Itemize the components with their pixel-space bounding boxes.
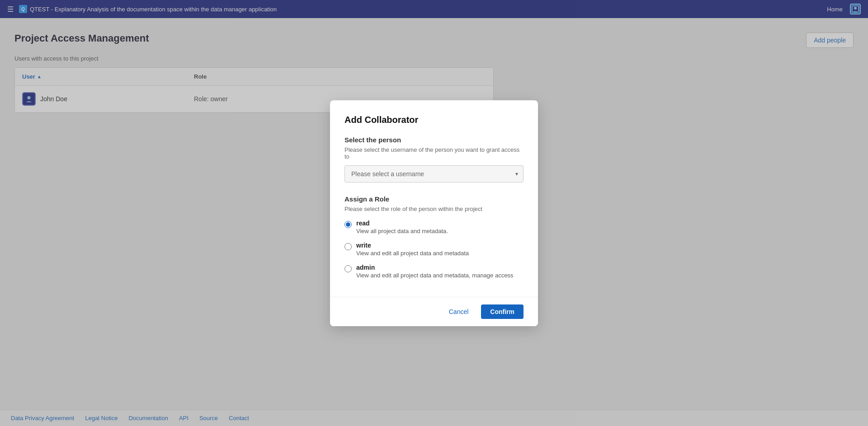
- role-read-label: read: [356, 220, 448, 227]
- role-write-info: write View and edit all project data and…: [356, 242, 469, 257]
- confirm-button[interactable]: Confirm: [481, 304, 524, 319]
- role-write-desc: View and edit all project data and metad…: [356, 250, 469, 257]
- role-write-label: write: [356, 242, 469, 249]
- role-option-read: read View all project data and metadata.: [344, 220, 524, 234]
- role-admin-desc: View and edit all project data and metad…: [356, 272, 513, 279]
- role-radio-admin[interactable]: [344, 265, 352, 272]
- modal-title: Add Collaborator: [344, 115, 524, 125]
- username-select-wrapper: Please select a username ▾: [344, 165, 524, 183]
- assign-role-desc: Please select the role of the person wit…: [344, 206, 524, 212]
- add-collaborator-modal: Add Collaborator Select the person Pleas…: [330, 100, 538, 326]
- role-admin-info: admin View and edit all project data and…: [356, 264, 513, 279]
- username-select[interactable]: Please select a username: [344, 165, 524, 183]
- select-person-desc: Please select the username of the person…: [344, 146, 524, 160]
- role-radio-read[interactable]: [344, 221, 352, 228]
- role-radio-write[interactable]: [344, 243, 352, 250]
- role-option-write: write View and edit all project data and…: [344, 242, 524, 257]
- modal-body: Add Collaborator Select the person Pleas…: [330, 100, 538, 297]
- modal-overlay: Add Collaborator Select the person Pleas…: [0, 0, 868, 426]
- role-read-info: read View all project data and metadata.: [356, 220, 448, 234]
- select-person-section: Select the person Please select the user…: [344, 136, 524, 183]
- cancel-button[interactable]: Cancel: [442, 304, 476, 319]
- assign-role-section: Assign a Role Please select the role of …: [344, 195, 524, 279]
- role-admin-label: admin: [356, 264, 513, 271]
- role-read-desc: View all project data and metadata.: [356, 228, 448, 234]
- select-person-title: Select the person: [344, 136, 524, 144]
- assign-role-title: Assign a Role: [344, 195, 524, 203]
- role-option-admin: admin View and edit all project data and…: [344, 264, 524, 279]
- modal-footer: Cancel Confirm: [330, 297, 538, 326]
